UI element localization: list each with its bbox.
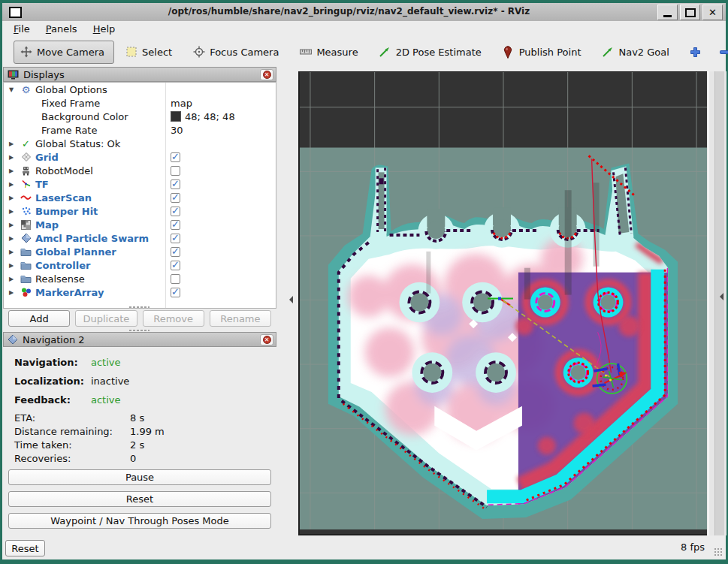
duplicate-button[interactable]: Duplicate [75, 310, 137, 327]
add-button[interactable]: Add [8, 310, 70, 327]
remove-button[interactable]: Remove [143, 310, 204, 327]
display-row-grid[interactable]: ▶ Grid [4, 150, 276, 164]
expander-icon[interactable]: ▶ [9, 154, 17, 161]
global-planner-checkbox[interactable] [171, 247, 180, 257]
window-body: /opt/ros/humble/share/nav2_bringup/rviz/… [2, 3, 726, 559]
laserscan-checkbox[interactable] [171, 193, 180, 203]
amcl-diamond-icon [20, 233, 32, 244]
fixed-frame-value[interactable]: map [171, 98, 192, 109]
displays-close-icon: ✕ [263, 71, 271, 79]
grid-checkbox[interactable] [171, 152, 180, 162]
statusbar-reset-button[interactable]: Reset [5, 540, 45, 556]
expander-icon[interactable]: ▶ [9, 262, 17, 269]
displays-monitor-icon [8, 70, 19, 80]
expander-icon[interactable]: ▶ [9, 181, 17, 188]
expander-icon[interactable]: ▶ [9, 195, 17, 201]
expander-icon[interactable]: ▼ [9, 86, 17, 93]
add-tool-button[interactable] [690, 47, 701, 58]
menubar: File Panels Help [2, 21, 726, 37]
expander-icon[interactable]: ▶ [9, 208, 17, 215]
nav2-close-button[interactable]: ✕ [260, 334, 273, 345]
tf-checkbox[interactable] [171, 179, 180, 189]
resize-grip[interactable] [714, 547, 723, 556]
display-row-laserscan[interactable]: ▶ LaserScan [4, 191, 276, 204]
menu-panels[interactable]: Panels [46, 23, 77, 35]
navigation-label: Navigation: [14, 357, 78, 368]
expander-icon[interactable]: ▶ [9, 235, 17, 242]
background-color-value[interactable]: 48; 48; 48 [185, 111, 235, 122]
expander-icon[interactable]: ▶ [9, 222, 17, 228]
map-checkbox[interactable] [171, 220, 180, 230]
feedback-status-row: Feedback:active [14, 394, 71, 406]
recoveries-row: Recoveries:0 [14, 453, 71, 464]
expander-icon[interactable]: ▶ [9, 167, 17, 174]
display-row-bumper-hit[interactable]: ▶ Bumper Hit [4, 204, 276, 218]
close-button[interactable]: ✕ [702, 5, 723, 20]
robotmodel-checkbox[interactable] [171, 166, 180, 176]
display-row-background-color[interactable]: Background Color 48; 48; 48 [4, 110, 276, 123]
splitter-handle[interactable] [128, 306, 150, 309]
waypoint-mode-button[interactable]: Waypoint / Nav Through Poses Mode [8, 513, 271, 529]
pose-estimate-tool[interactable]: 2D Pose Estimate [379, 46, 482, 59]
expander-icon[interactable]: ▶ [9, 276, 17, 282]
focus-camera-icon [192, 46, 205, 59]
remove-tool-button[interactable] [719, 47, 728, 58]
frame-rate-value[interactable]: 30 [171, 125, 183, 136]
display-row-realsense[interactable]: ▶ Realsense [4, 272, 276, 285]
display-row-global-status[interactable]: ▶ ✓ Global Status: Ok [4, 137, 276, 150]
nav2-goal-tool[interactable]: Nav2 Goal [601, 46, 669, 59]
select-label: Select [142, 47, 172, 58]
expander-icon[interactable]: ▶ [9, 140, 17, 147]
splitter-collapse-right[interactable] [716, 293, 723, 300]
select-tool[interactable]: Select [125, 46, 172, 59]
right-splitter[interactable] [714, 71, 724, 535]
titlebar[interactable]: /opt/ros/humble/share/nav2_bringup/rviz/… [2, 3, 726, 21]
bumper-hit-checkbox[interactable] [171, 207, 180, 216]
measure-tool[interactable]: Measure [299, 46, 358, 59]
displays-panel-header[interactable]: Displays ✕ [3, 67, 276, 82]
controller-checkbox[interactable] [171, 261, 180, 270]
maximize-button[interactable] [680, 5, 700, 20]
color-swatch[interactable] [171, 111, 181, 122]
move-camera-tool[interactable]: Move Camera [14, 41, 114, 64]
menu-file[interactable]: File [14, 23, 30, 35]
status-check-icon: ✓ [20, 138, 32, 149]
display-row-frame-rate[interactable]: Frame Rate 30 [4, 123, 276, 137]
reset-button[interactable]: Reset [8, 491, 271, 507]
display-row-amcl-particle-swarm[interactable]: ▶ Amcl Particle Swarm [4, 231, 276, 245]
rename-button[interactable]: Rename [210, 310, 271, 327]
folder-icon [20, 260, 32, 271]
focus-camera-tool[interactable]: Focus Camera [192, 46, 279, 59]
realsense-checkbox[interactable] [171, 274, 180, 284]
amcl-checkbox[interactable] [171, 234, 180, 243]
minimize-button[interactable] [657, 5, 678, 20]
display-row-tf[interactable]: ▶ TF [4, 177, 276, 191]
display-row-markerarray[interactable]: ▶ MarkerArray [4, 285, 276, 299]
3d-view-canvas[interactable] [300, 72, 707, 534]
display-row-map[interactable]: ▶ Map [4, 218, 276, 231]
grid-icon [20, 152, 32, 163]
time-taken-label: Time taken: [14, 439, 72, 451]
display-row-global-planner[interactable]: ▶ Global Planner [4, 245, 276, 258]
display-row-global-options[interactable]: ▼ ⚙ Global Options [4, 83, 276, 96]
menu-help[interactable]: Help [93, 23, 116, 35]
nav2-panel-header[interactable]: Navigation 2 ✕ [3, 332, 276, 347]
publish-point-tool[interactable]: Publish Point [502, 46, 581, 59]
displays-tree: ▼ ⚙ Global Options Fixed Frame map Backg… [3, 82, 276, 309]
display-row-fixed-frame[interactable]: Fixed Frame map [4, 96, 276, 110]
toolbar: Move Camera Select Focus Camera Measure [2, 37, 726, 67]
nav2-close-icon: ✕ [263, 336, 271, 344]
expander-icon[interactable]: ▶ [9, 289, 17, 296]
feedback-status: active [91, 394, 121, 406]
splitter-collapse-left[interactable] [285, 296, 293, 303]
bumper-dots-icon [20, 206, 32, 217]
markerarray-checkbox[interactable] [171, 288, 180, 297]
3d-viewport[interactable] [298, 71, 707, 535]
displays-close-button[interactable]: ✕ [260, 69, 273, 80]
expander-icon[interactable]: ▶ [9, 249, 17, 255]
map-grid-icon [20, 219, 32, 231]
pause-button[interactable]: Pause [8, 469, 271, 485]
display-row-controller[interactable]: ▶ Controller [4, 258, 276, 272]
gear-icon: ⚙ [20, 84, 32, 95]
display-row-robotmodel[interactable]: ▶ RobotModel [4, 164, 276, 177]
